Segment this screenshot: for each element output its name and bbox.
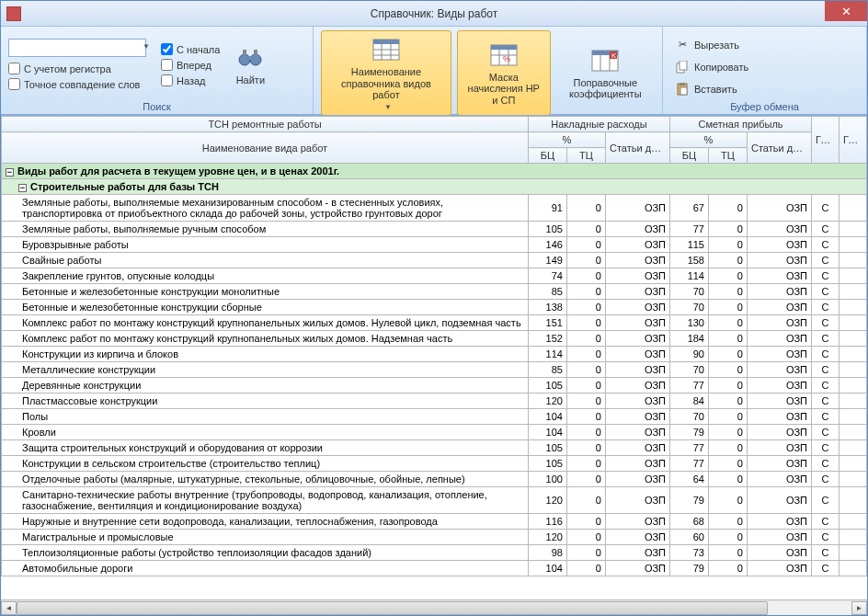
table-row[interactable]: Отделочные работы (малярные, штукатурные… bbox=[2, 472, 867, 487]
ribbon-group-search: ▼ С учетом регистра Точное совпадение сл… bbox=[1, 27, 314, 114]
header-articles2[interactable]: Статьи для нач. bbox=[747, 132, 811, 164]
scroll-thumb[interactable] bbox=[17, 601, 768, 615]
table-row[interactable]: Земляные работы, выполняемые ручным спос… bbox=[2, 222, 867, 237]
svg-rect-3 bbox=[243, 50, 246, 55]
app-window: Справочник: Виды работ ✕ ▼ С учетом реги… bbox=[0, 0, 868, 616]
table-row[interactable]: Автомобильные дороги1040ОЗП790ОЗПС bbox=[2, 561, 867, 576]
table-row[interactable]: Защита строительных конструкций и оборуд… bbox=[2, 440, 867, 456]
window-title: Справочник: Виды работ bbox=[371, 7, 497, 20]
header-name[interactable]: Наименование вида работ bbox=[2, 132, 529, 164]
expander-icon[interactable]: − bbox=[6, 168, 14, 177]
header-gres[interactable]: Гр. рес. bbox=[839, 117, 867, 164]
chk-exact[interactable]: Точное совпадение слов bbox=[8, 77, 155, 91]
svg-rect-24 bbox=[680, 61, 687, 70]
btn-mask[interactable]: % Маска начисления НР и СП bbox=[457, 30, 551, 116]
find-button[interactable]: Найти bbox=[225, 30, 275, 99]
svg-rect-27 bbox=[680, 87, 687, 95]
close-icon: ✕ bbox=[841, 5, 851, 18]
header-goc[interactable]: Гр. ОС bbox=[812, 117, 839, 164]
scroll-track[interactable] bbox=[17, 601, 851, 615]
table-row[interactable]: Бетонные и железобетонные конструкции мо… bbox=[2, 284, 867, 300]
table-row[interactable]: Наружные и внутренние сети водопровода, … bbox=[2, 514, 867, 530]
table-row[interactable]: Конструкции из кирпича и блоков1140ОЗП90… bbox=[2, 347, 867, 362]
chk-from-start[interactable]: С начала bbox=[161, 42, 220, 56]
table-row[interactable]: Закрепление грунтов, опускные колодцы740… bbox=[2, 268, 867, 284]
grid-header: ТСН ремонтные работы Накладные расходы С… bbox=[2, 117, 867, 164]
table-row[interactable]: Металлические конструкции850ОЗП700ОЗПС bbox=[2, 362, 867, 378]
table-k-icon: K bbox=[590, 46, 620, 75]
group-row[interactable]: −Строительные работы для базы ТСН bbox=[2, 179, 867, 195]
header-main[interactable]: ТСН ремонтные работы bbox=[2, 117, 529, 132]
expander-icon[interactable]: − bbox=[18, 184, 27, 192]
table-row[interactable]: Магистральные и промысловые1200ОЗП600ОЗП… bbox=[2, 530, 867, 545]
table-row[interactable]: Свайные работы1490ОЗП1580ОЗПС bbox=[2, 253, 867, 268]
close-button[interactable]: ✕ bbox=[825, 1, 867, 21]
ribbon-group-view: Наименование справочника видов работ ▼ %… bbox=[314, 27, 663, 114]
table-row[interactable]: Полы1040ОЗП700ОЗПС bbox=[2, 409, 867, 425]
svg-rect-4 bbox=[254, 50, 257, 55]
horizontal-scrollbar[interactable]: ◄ ► bbox=[1, 599, 867, 615]
svg-text:K: K bbox=[611, 51, 617, 60]
table-row[interactable]: Буровзрывные работы1460ОЗП1150ОЗПС bbox=[2, 237, 867, 253]
btn-coef[interactable]: K Поправочные коэффициенты bbox=[556, 30, 655, 116]
header-tc1[interactable]: ТЦ bbox=[566, 148, 605, 164]
dropdown-icon[interactable]: ▼ bbox=[143, 42, 150, 51]
table-row[interactable]: Земляные работы, выполняемые механизиров… bbox=[2, 195, 867, 222]
svg-rect-6 bbox=[373, 40, 399, 44]
table-row[interactable]: Бетонные и железобетонные конструкции сб… bbox=[2, 300, 867, 315]
data-grid[interactable]: ТСН ремонтные работы Накладные расходы С… bbox=[1, 115, 867, 599]
scroll-right-button[interactable]: ► bbox=[851, 601, 867, 615]
header-profit[interactable]: Сметная прибыль bbox=[669, 117, 811, 132]
table-row[interactable]: Кровли1040ОЗП790ОЗПС bbox=[2, 425, 867, 440]
table-row[interactable]: Санитарно-технические работы внутренние … bbox=[2, 487, 867, 514]
table-row[interactable]: Комплекс работ по монтажу конструкций кр… bbox=[2, 315, 867, 331]
svg-rect-12 bbox=[491, 45, 517, 50]
dropdown-icon: ▼ bbox=[384, 103, 392, 111]
grid-table: ТСН ремонтные работы Накладные расходы С… bbox=[1, 116, 867, 576]
header-bc2[interactable]: БЦ bbox=[669, 148, 708, 164]
svg-text:%: % bbox=[503, 54, 510, 63]
app-icon bbox=[6, 6, 21, 21]
header-overhead[interactable]: Накладные расходы bbox=[528, 117, 669, 132]
chk-back[interactable]: Назад bbox=[161, 74, 220, 87]
header-pct2[interactable]: % bbox=[669, 132, 747, 148]
ribbon-group-clipboard: ✂ Вырезать Копировать Вставить bbox=[663, 27, 867, 114]
grid-body: −Виды работ для расчета в текущем уровне… bbox=[2, 164, 867, 576]
svg-rect-2 bbox=[246, 56, 254, 60]
table-percent-icon: % bbox=[489, 40, 519, 70]
chk-forward[interactable]: Вперед bbox=[161, 58, 220, 72]
table-row[interactable]: Теплоизоляционные работы (устройство теп… bbox=[2, 545, 867, 561]
table-row[interactable]: Пластмассовые конструкции1200ОЗП840ОЗПС bbox=[2, 394, 867, 409]
btn-naming[interactable]: Наименование справочника видов работ ▼ bbox=[321, 30, 451, 116]
header-pct1[interactable]: % bbox=[528, 132, 605, 148]
ribbon: ▼ С учетом регистра Точное совпадение сл… bbox=[1, 27, 867, 115]
paste-icon bbox=[675, 82, 690, 97]
header-tc2[interactable]: ТЦ bbox=[708, 148, 747, 164]
cut-button[interactable]: ✂ Вырезать bbox=[670, 35, 753, 55]
paste-button[interactable]: Вставить bbox=[670, 79, 753, 99]
search-input[interactable] bbox=[8, 39, 146, 57]
header-articles1[interactable]: Статьи для нач. bbox=[605, 132, 669, 164]
group-row[interactable]: −Виды работ для расчета в текущем уровне… bbox=[2, 164, 867, 179]
chk-case[interactable]: С учетом регистра bbox=[8, 62, 155, 75]
table-row[interactable]: Деревянные конструкции1050ОЗП770ОЗПС bbox=[2, 378, 867, 394]
titlebar: Справочник: Виды работ ✕ bbox=[1, 1, 867, 27]
scroll-left-button[interactable]: ◄ bbox=[1, 601, 17, 615]
copy-icon bbox=[675, 60, 690, 74]
group-label-search: Поиск bbox=[8, 99, 305, 112]
header-bc1[interactable]: БЦ bbox=[528, 148, 566, 164]
copy-button[interactable]: Копировать bbox=[670, 57, 753, 77]
group-label-clipboard: Буфер обмена bbox=[670, 99, 859, 112]
svg-rect-26 bbox=[680, 83, 685, 86]
binoculars-icon bbox=[235, 43, 265, 73]
table-row[interactable]: Конструкции в сельском строительстве (ст… bbox=[2, 456, 867, 472]
scissors-icon: ✂ bbox=[675, 38, 690, 52]
table-row[interactable]: Комплекс работ по монтажу конструкций кр… bbox=[2, 331, 867, 347]
table-icon bbox=[371, 35, 401, 64]
